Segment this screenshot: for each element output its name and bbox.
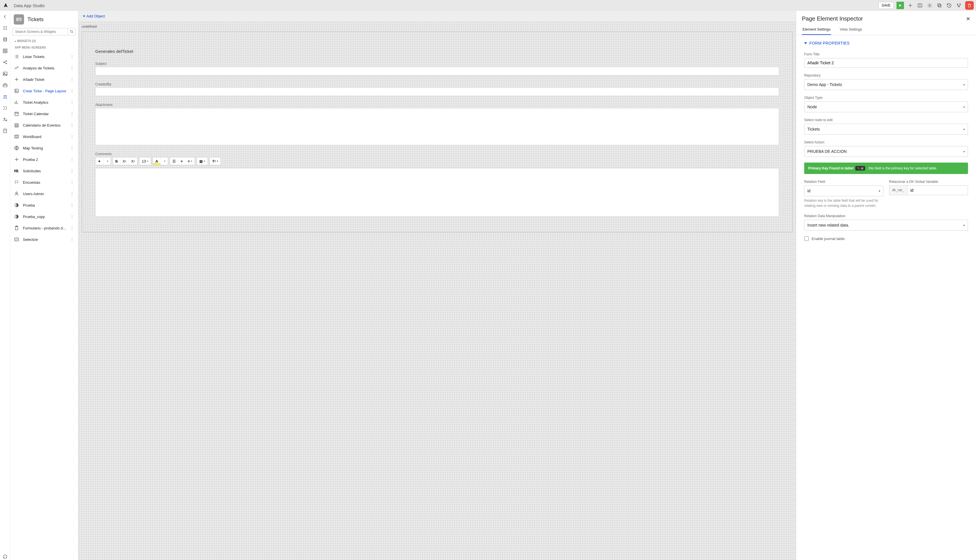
rt-ul-button[interactable]: ☰: [170, 157, 178, 165]
rt-fontcolor-button[interactable]: A: [153, 157, 160, 165]
toolbox-icon[interactable]: [2, 82, 8, 88]
more-icon[interactable]: ⋮: [70, 134, 75, 139]
more-icon[interactable]: ⋮: [70, 77, 75, 82]
rt-align-button[interactable]: ≡: [185, 157, 195, 165]
more-icon[interactable]: ⋮: [70, 214, 75, 219]
sidebar-item-4[interactable]: Ticket Analytics⋮: [10, 97, 78, 108]
rt-strike-button[interactable]: S: [113, 157, 120, 165]
sidebar-item-5[interactable]: Ticket Calendar⋮: [10, 108, 78, 120]
sidebar-item-0[interactable]: Listar Tickets⋮: [10, 51, 78, 62]
usergear-icon[interactable]: [2, 116, 8, 123]
rt-fontcolor-dropdown[interactable]: [160, 157, 168, 165]
more-icon[interactable]: ⋮: [70, 226, 75, 230]
save-button[interactable]: SAVE: [879, 2, 894, 9]
panels-icon[interactable]: [916, 2, 923, 9]
form-properties-header[interactable]: FORM PROPERTIES: [804, 41, 968, 45]
rt-subscript-button[interactable]: X2: [129, 157, 137, 165]
more-icon[interactable]: ⋮: [70, 54, 75, 59]
subject-input[interactable]: [95, 67, 779, 75]
more-icon[interactable]: ⋮: [70, 157, 75, 162]
more-icon[interactable]: ⋮: [70, 123, 75, 127]
share-icon[interactable]: [2, 59, 8, 66]
more-icon[interactable]: ⋮: [70, 66, 75, 70]
sidebar-item-14[interactable]: Prueba_copy⋮: [10, 211, 78, 222]
tools-icon[interactable]: [2, 105, 8, 112]
form-title-input[interactable]: [804, 58, 968, 68]
run-button[interactable]: [896, 2, 904, 9]
settings-icon[interactable]: [926, 2, 933, 9]
close-icon[interactable]: ✕: [966, 16, 970, 22]
app-logo[interactable]: [2, 2, 9, 9]
history-icon[interactable]: [946, 2, 953, 9]
dk-var-input[interactable]: [907, 185, 968, 195]
sidebar-item-3[interactable]: Crear Ticke - Page Layout⋮: [10, 85, 78, 97]
widgets-section-label[interactable]: WIDGETS (3): [10, 38, 78, 44]
svg-point-10: [6, 28, 7, 30]
select-action-select[interactable]: PRUEBA DE ACCION: [804, 146, 968, 157]
rt-magic-icon[interactable]: ✦: [95, 157, 103, 165]
more-icon[interactable]: ⋮: [70, 168, 75, 173]
svg-rect-42: [15, 238, 18, 241]
rt-fontsize-select[interactable]: 13: [139, 157, 150, 165]
sidebar-item-13[interactable]: Prueba⋮: [10, 200, 78, 211]
rt-format-button[interactable]: TI: [210, 157, 221, 165]
canvas-area[interactable]: undefined Generales delTicket Subject Cr…: [79, 21, 796, 560]
rt-table-button[interactable]: ▦: [197, 157, 207, 165]
enable-journal-checkbox[interactable]: [804, 236, 809, 241]
more-icon[interactable]: ⋮: [70, 180, 75, 185]
image-icon[interactable]: [2, 70, 8, 77]
delete-button[interactable]: [965, 1, 974, 10]
add-object-button[interactable]: Add Object: [83, 14, 105, 18]
board-icon: [14, 134, 20, 140]
more-icon[interactable]: ⋮: [70, 146, 75, 150]
bar-icon: [14, 100, 20, 105]
back-icon[interactable]: [2, 13, 8, 20]
sidebar-item-1[interactable]: Analysis de Tickets⋮: [10, 62, 78, 74]
more-icon[interactable]: ⋮: [70, 203, 75, 207]
more-icon[interactable]: ⋮: [70, 88, 75, 93]
add-icon[interactable]: [907, 2, 914, 9]
sidebar-item-2[interactable]: Añadir Ticket⋮: [10, 74, 78, 85]
more-icon[interactable]: ⋮: [70, 192, 75, 196]
comments-richtext[interactable]: [95, 168, 779, 217]
select-node-select[interactable]: Tickets: [804, 124, 968, 135]
rt-magic-dropdown[interactable]: [103, 157, 110, 165]
sidebar-item-10[interactable]: H1Solicitudes⋮: [10, 165, 78, 177]
form-frame[interactable]: Generales delTicket Subject CreatedBy At…: [82, 32, 792, 232]
tab-view-settings[interactable]: View Settings: [839, 24, 863, 35]
rt-superscript-button[interactable]: X2: [120, 157, 129, 165]
sidebar-item-15[interactable]: Formulario - probando details⋮: [10, 222, 78, 234]
sidebar-item-16[interactable]: Selectize⋮: [10, 234, 78, 245]
search-button[interactable]: [68, 28, 76, 35]
createdby-input[interactable]: [95, 87, 779, 96]
tab-element-settings[interactable]: Element Settings: [802, 24, 831, 35]
rt-ol-button[interactable]: ≡: [178, 157, 185, 165]
sidebar-item-9[interactable]: Prueba 2⋮: [10, 154, 78, 165]
copy-icon[interactable]: [936, 2, 943, 9]
refresh-icon[interactable]: [2, 553, 8, 560]
sidebar-item-label: WorkBoard: [23, 135, 67, 139]
primary-key-banner: Primary Key Found in table! id , this fi…: [804, 163, 968, 174]
object-type-select[interactable]: Node: [804, 102, 968, 112]
sidebar-item-12[interactable]: Users Admin⋮: [10, 188, 78, 200]
database-icon[interactable]: [2, 36, 8, 43]
repository-select[interactable]: Demo App - Tickets: [804, 79, 968, 90]
apps-icon[interactable]: [2, 25, 8, 32]
sidebar-item-6[interactable]: Calendario de Eventos⋮: [10, 120, 78, 131]
more-icon[interactable]: ⋮: [70, 112, 75, 116]
relation-field-select[interactable]: id: [804, 185, 883, 196]
book-icon[interactable]: [2, 127, 8, 134]
grid-icon[interactable]: [2, 47, 8, 54]
more-icon[interactable]: ⋮: [70, 237, 75, 242]
sidebar-item-7[interactable]: WorkBoard⋮: [10, 131, 78, 142]
search-input[interactable]: [13, 28, 68, 35]
sidebar-item-11[interactable]: Encuestas⋮: [10, 177, 78, 188]
more-icon[interactable]: ⋮: [70, 100, 75, 105]
attachment-label: Attachment: [95, 103, 779, 107]
branch-icon[interactable]: [956, 2, 962, 9]
half-icon: [14, 202, 20, 208]
design-icon[interactable]: [2, 93, 8, 100]
attachment-input[interactable]: [95, 108, 779, 145]
sidebar-item-8[interactable]: Map Testing⋮: [10, 142, 78, 154]
relation-manip-select[interactable]: Insert new related data.: [804, 220, 968, 230]
